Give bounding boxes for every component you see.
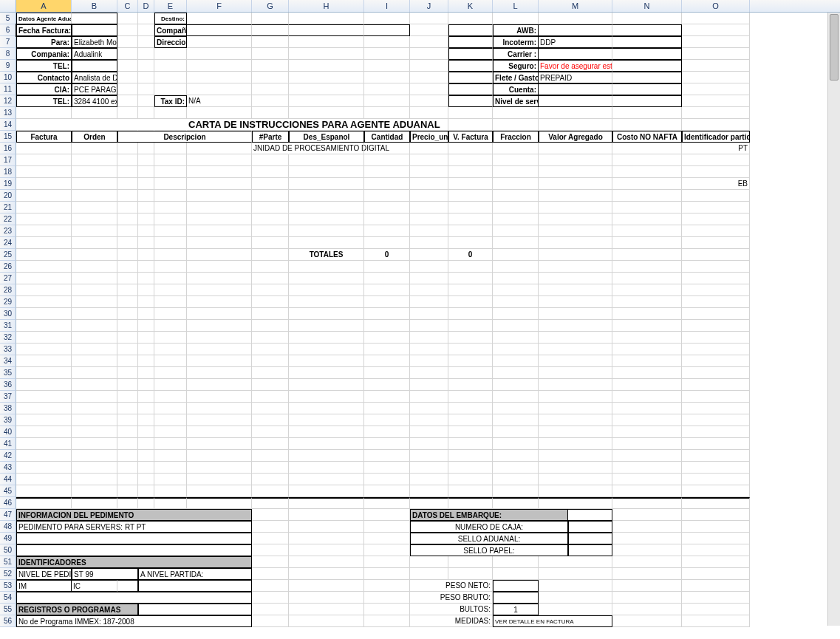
cell[interactable]	[364, 143, 410, 154]
cell[interactable]	[364, 414, 410, 426]
cell[interactable]	[410, 426, 448, 438]
cell[interactable]	[252, 190, 289, 202]
cell[interactable]	[154, 367, 187, 379]
col-header-J[interactable]: J	[410, 0, 448, 12]
cell[interactable]	[138, 426, 154, 438]
cell[interactable]	[154, 462, 187, 474]
cell[interactable]	[539, 225, 612, 237]
cell[interactable]	[612, 36, 682, 48]
cell[interactable]	[154, 438, 187, 450]
cell[interactable]	[252, 178, 289, 190]
cell[interactable]	[539, 485, 612, 497]
cell[interactable]	[612, 355, 682, 367]
cell[interactable]	[682, 521, 750, 533]
cell[interactable]	[16, 261, 72, 273]
cell[interactable]	[117, 83, 138, 95]
cell[interactable]	[410, 320, 448, 332]
cell[interactable]	[493, 143, 539, 154]
cell[interactable]	[187, 166, 252, 178]
cell[interactable]	[612, 604, 682, 615]
cell[interactable]	[187, 462, 252, 474]
cell[interactable]: 3284 4100 ext.	[72, 95, 117, 107]
cell[interactable]	[289, 568, 364, 580]
cell[interactable]	[448, 60, 493, 72]
cell[interactable]: Analista de Dist.	[72, 72, 117, 83]
cell[interactable]: Elizabeth Montiel	[72, 36, 117, 48]
cell[interactable]	[448, 72, 493, 83]
cell[interactable]	[117, 450, 138, 462]
cell[interactable]	[72, 60, 117, 72]
cell[interactable]	[187, 284, 252, 296]
cell[interactable]	[612, 225, 682, 237]
cell[interactable]	[539, 249, 612, 261]
cell[interactable]	[117, 462, 138, 474]
cell[interactable]	[612, 95, 682, 107]
cell[interactable]	[138, 213, 154, 225]
cell[interactable]	[493, 391, 539, 403]
cell[interactable]	[410, 261, 448, 273]
cell[interactable]	[16, 296, 72, 308]
cell[interactable]: Favor de asegurar este embarque	[539, 60, 612, 72]
cell[interactable]	[252, 237, 289, 249]
cell[interactable]	[539, 556, 612, 568]
cell[interactable]	[612, 556, 682, 568]
cell[interactable]	[682, 544, 750, 556]
cell[interactable]	[612, 332, 682, 344]
cell[interactable]	[154, 213, 187, 225]
cell[interactable]	[612, 202, 682, 213]
cell[interactable]	[138, 485, 154, 497]
cell[interactable]	[289, 24, 364, 36]
cell[interactable]	[682, 273, 750, 284]
cell[interactable]: DDP	[539, 36, 612, 48]
cell[interactable]	[289, 414, 364, 426]
cell[interactable]	[187, 60, 252, 72]
cell[interactable]	[682, 308, 750, 320]
cell[interactable]	[410, 450, 448, 462]
col-header-M[interactable]: M	[539, 0, 612, 12]
cell[interactable]	[117, 344, 138, 355]
cell[interactable]	[364, 391, 410, 403]
cell[interactable]	[16, 320, 72, 332]
cell[interactable]	[364, 13, 410, 24]
cell[interactable]	[252, 391, 289, 403]
col-header-C[interactable]: C	[117, 0, 138, 12]
cell[interactable]	[289, 143, 364, 154]
row-header-25[interactable]: 25	[0, 249, 16, 261]
cell[interactable]	[154, 237, 187, 249]
cell[interactable]	[252, 273, 289, 284]
cell[interactable]	[682, 414, 750, 426]
cell[interactable]	[364, 355, 410, 367]
cell[interactable]	[682, 190, 750, 202]
cell[interactable]: Descripcion	[117, 131, 252, 143]
cell[interactable]	[154, 391, 187, 403]
cell[interactable]	[252, 320, 289, 332]
row-header-20[interactable]: 20	[0, 190, 16, 202]
cell[interactable]	[252, 225, 289, 237]
cell[interactable]	[364, 615, 410, 627]
cell[interactable]	[16, 485, 72, 497]
cell[interactable]	[539, 332, 612, 344]
cell[interactable]	[16, 154, 72, 166]
cell[interactable]	[252, 485, 289, 497]
cell[interactable]	[410, 273, 448, 284]
cell[interactable]	[682, 107, 750, 119]
cell[interactable]	[117, 249, 138, 261]
cell[interactable]	[612, 344, 682, 355]
cell[interactable]	[289, 509, 364, 521]
cell[interactable]	[364, 320, 410, 332]
cell[interactable]	[448, 154, 493, 166]
cell[interactable]	[72, 308, 117, 320]
cell[interactable]	[117, 284, 138, 296]
cell[interactable]: PESO BRUTO:	[410, 592, 493, 604]
cell[interactable]: No de Programa IMMEX: 187-2008	[16, 615, 252, 627]
cell[interactable]	[682, 225, 750, 237]
row-headers[interactable]: 5678910111213141516171819202122232425262…	[0, 13, 16, 627]
cell[interactable]	[117, 154, 138, 166]
cell[interactable]: Compañía:	[154, 24, 187, 36]
cell[interactable]	[612, 379, 682, 391]
cell[interactable]	[252, 438, 289, 450]
cell[interactable]	[539, 284, 612, 296]
cell[interactable]	[682, 474, 750, 485]
cell[interactable]: Adualink	[72, 48, 117, 60]
cell[interactable]	[117, 24, 138, 36]
